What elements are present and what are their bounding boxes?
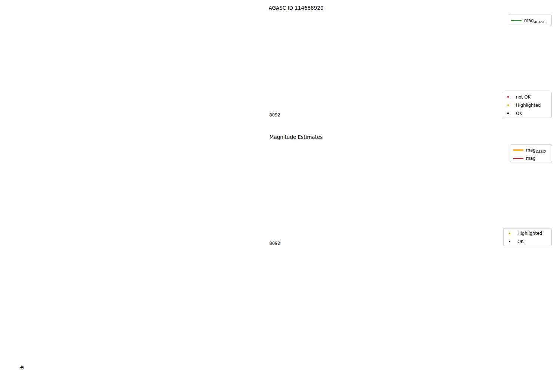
not-ok-legend-label: not OK xyxy=(516,94,531,100)
middle-obsid-label: 8092 xyxy=(269,241,280,246)
highlighted-legend-label: Highlighted xyxy=(516,103,541,108)
highlighted-legend-label-2: Highlighted xyxy=(517,231,542,236)
top-obsid-label: 8092 xyxy=(269,112,280,118)
highlighted-legend-marker xyxy=(507,104,509,106)
ok-legend-marker xyxy=(507,112,509,114)
ok-legend-marker-2 xyxy=(509,241,510,242)
figure-canvas: AGASC ID 114688920 Magnitude Estimates 8… xyxy=(0,0,560,392)
agasc-magnitude-figure: AGASC ID 114688920 Magnitude Estimates 8… xyxy=(0,0,560,392)
legend-mag-agasc: magAGASC xyxy=(508,15,552,26)
legend-top-markers: not OK Highlighted OK xyxy=(502,92,552,118)
highlighted-legend-marker-2 xyxy=(509,233,510,234)
ok-legend-label-2: OK xyxy=(517,239,524,244)
legend-mag-obsid: magOBSID mag xyxy=(510,145,552,162)
not-ok-legend-marker xyxy=(507,96,509,97)
middle-plot-title: Magnitude Estimates xyxy=(270,134,323,140)
top-plot-title: AGASC ID 114688920 xyxy=(269,5,324,11)
ok-legend-label: OK xyxy=(516,111,522,116)
mag-legend-label: mag xyxy=(526,156,536,161)
dr-axis-label: dr xyxy=(19,365,25,370)
legend-middle-markers: Highlighted OK xyxy=(504,228,552,246)
